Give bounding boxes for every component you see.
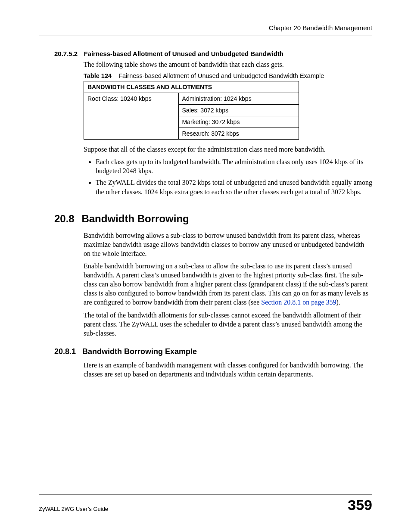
table-caption: Table 124 Fairness-based Allotment of Un… (84, 72, 372, 79)
content-area: 20.7.5.2 Fairness-based Allotment of Unu… (39, 50, 372, 379)
heading-20-8: 20.8 Bandwidth Borrowing (54, 213, 372, 225)
root-class-cell: Root Class: 10240 kbps (84, 93, 179, 140)
paragraph: Bandwidth borrowing allows a sub-class t… (84, 231, 372, 258)
paragraph: Here is an example of bandwidth manageme… (84, 361, 372, 379)
allotment-cell: Research: 3072 kbps (178, 128, 299, 140)
table-caption-label: Table 124 (84, 72, 112, 79)
allotment-cell: Sales: 3072 kbps (178, 105, 299, 116)
footer-page-number: 359 (348, 498, 372, 512)
table-caption-text: Fairness-based Allotment of Unused and U… (118, 72, 324, 79)
footer-guide-title: ZyWALL 2WG User’s Guide (39, 506, 108, 512)
paragraph: The total of the bandwidth allotments fo… (84, 311, 372, 338)
heading-number: 20.8 (54, 213, 75, 224)
heading-title: Bandwidth Borrowing Example (82, 347, 197, 356)
heading-title: Fairness-based Allotment of Unused and U… (84, 50, 283, 57)
bandwidth-table: BANDWIDTH CLASSES AND ALLOTMENTS Root Cl… (84, 81, 299, 140)
heading-number: 20.8.1 (54, 347, 76, 356)
xref-link-20-8-1[interactable]: Section 20.8.1 on page 359 (261, 299, 336, 306)
list-item: Each class gets up to its budgeted bandw… (96, 157, 372, 175)
heading-20-7-5-2: 20.7.5.2 Fairness-based Allotment of Unu… (54, 50, 372, 57)
running-header: Chapter 20 Bandwidth Management (39, 24, 372, 35)
allotment-cell: Marketing: 3072 kbps (178, 116, 299, 128)
paragraph-text-b: ). (336, 299, 340, 306)
after-table-text: Suppose that all of the classes except f… (84, 145, 372, 154)
list-item: The ZyWALL divides the total 3072 kbps t… (96, 178, 372, 196)
paragraph: Enable bandwidth borrowing on a sub-clas… (84, 261, 372, 307)
page: Chapter 20 Bandwidth Management 20.7.5.2… (0, 0, 411, 532)
bullet-list: Each class gets up to its budgeted bandw… (84, 157, 372, 196)
page-footer: ZyWALL 2WG User’s Guide 359 (39, 495, 372, 512)
heading-title: Bandwidth Borrowing (81, 213, 189, 224)
allotment-cell: Administration: 1024 kbps (178, 93, 299, 105)
heading-number: 20.7.5.2 (54, 50, 78, 57)
table-header: BANDWIDTH CLASSES AND ALLOTMENTS (84, 81, 299, 93)
intro-text: The following table shows the amount of … (84, 60, 372, 69)
heading-20-8-1: 20.8.1 Bandwidth Borrowing Example (54, 347, 372, 356)
